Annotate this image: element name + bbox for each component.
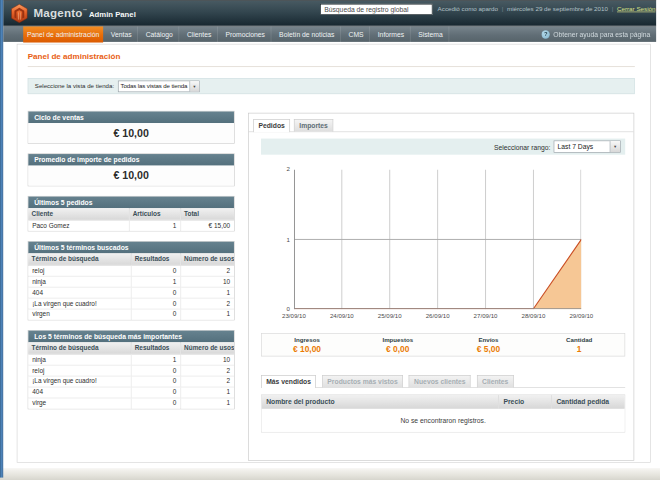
cell-results: 0 — [131, 365, 180, 376]
column-header: Cantidad pedida — [552, 395, 625, 408]
table-row[interactable]: virge 0 1 — [28, 398, 234, 409]
cell-uses: 1 — [180, 398, 233, 409]
cell-uses: 2 — [180, 365, 233, 376]
store-switcher-label: Seleccione la vista de tienda: — [35, 82, 114, 89]
column-header: Resultados — [131, 342, 180, 354]
table-row[interactable]: Paco Gomez 1 € 15,00 — [28, 220, 234, 231]
tab-amounts[interactable]: Importes — [294, 119, 333, 131]
cell-customer: Paco Gomez — [28, 220, 129, 231]
admin-page: Magento™ Admin Panel Accedió como apardo… — [3, 0, 656, 42]
nav-item-cms[interactable]: CMS — [343, 26, 370, 42]
tab-most-viewed[interactable]: Productos más vistos — [322, 375, 403, 387]
tab-customers[interactable]: Clientes — [477, 375, 514, 387]
store-switcher-select[interactable]: Todas las vistas de tienda ▼ — [118, 80, 200, 92]
cell-uses: 1 — [180, 287, 233, 298]
totals-bar: Ingresos € 10,00 Impuestos € 0,00 Envíos… — [261, 333, 625, 356]
bestsellers-table: Nombre del producto Precio Cantidad pedi… — [262, 395, 625, 432]
cell-term: reloj — [28, 265, 131, 276]
average-orders-card: Promedio de importe de pedidos € 10,00 — [28, 153, 235, 186]
header-meta: Accedió como apardo | miércoles 29 de se… — [438, 5, 656, 12]
cell-results: 0 — [131, 398, 180, 409]
top-search-terms-card: Los 5 términos de búsqueda más important… — [28, 330, 235, 409]
cell-term: 404 — [28, 287, 131, 298]
help-label: Obtener ayuda para esta página — [553, 31, 650, 39]
table-row[interactable]: ninja 1 10 — [28, 276, 234, 287]
column-header: Término de búsqueda — [28, 253, 131, 265]
total-label: Cantidad — [534, 336, 625, 343]
average-orders-value: € 10,00 — [28, 166, 234, 186]
global-search-input[interactable] — [320, 4, 432, 15]
table-row[interactable]: ¡La virgen que cuadro! 0 2 — [28, 298, 234, 309]
cell-uses: 1 — [180, 387, 233, 398]
help-link[interactable]: ? Obtener ayuda para esta página — [542, 26, 651, 42]
nav-item-newsletter[interactable]: Boletín de noticias — [273, 26, 341, 42]
main-nav: Panel de administración Ventas Catálogo … — [3, 26, 656, 42]
total-quantity: Cantidad 1 — [534, 334, 625, 356]
cell-term: ¡La virgen que cuadro! — [28, 298, 131, 309]
store-switcher-bar: Seleccione la vista de tienda: Todas las… — [28, 78, 635, 94]
card-title: Los 5 términos de búsqueda más important… — [28, 331, 234, 343]
table-row[interactable]: 404 0 1 — [28, 387, 234, 398]
last-orders-table: Cliente Artículos Total Paco Gomez 1 € 1… — [28, 208, 234, 231]
cell-results: 1 — [131, 276, 180, 287]
chart-x-tick-label: 24/09/10 — [318, 312, 366, 319]
column-header: Total — [180, 208, 233, 220]
total-value: € 0,00 — [352, 344, 443, 354]
empty-message: No se encontraron registros. — [262, 408, 625, 432]
table-row[interactable]: ¡La virgen que cuadro! 0 2 — [28, 376, 234, 387]
cell-term: reloj — [28, 365, 131, 376]
logout-link[interactable]: Cerrar Sesión — [617, 5, 656, 12]
cell-results: 0 — [131, 265, 180, 276]
nav-item-system[interactable]: Sistema — [412, 26, 449, 42]
grid-tabs: Más vendidos Productos más vistos Nuevos… — [261, 375, 513, 388]
card-title: Últimos 5 términos buscados — [28, 242, 234, 254]
empty-row: No se encontraron registros. — [262, 408, 625, 432]
cell-uses: 2 — [180, 265, 233, 276]
card-title: Últimos 5 pedidos — [28, 197, 234, 209]
table-row[interactable]: reloj 0 2 — [28, 265, 234, 276]
total-value: € 10,00 — [262, 344, 353, 354]
header-bar: Magento™ Admin Panel Accedió como apardo… — [3, 0, 656, 26]
tab-bestsellers[interactable]: Más vendidos — [261, 375, 316, 388]
window-left-edge — [0, 0, 3, 478]
application-window: Magento™ Admin Panel Accedió como apardo… — [0, 0, 660, 480]
column-header: Nombre del producto — [262, 395, 499, 408]
last-search-terms-card: Últimos 5 términos buscados Término de b… — [28, 241, 235, 320]
table-row[interactable]: virgen 0 1 — [28, 309, 234, 320]
brand-title: Magento™ — [34, 6, 88, 20]
nav-item-dashboard[interactable]: Panel de administración — [23, 26, 103, 42]
table-row[interactable]: ninja 1 10 — [28, 354, 234, 365]
nav-item-catalog[interactable]: Catálogo — [140, 26, 179, 42]
cell-uses: 10 — [180, 354, 233, 365]
nav-item-sales[interactable]: Ventas — [105, 26, 138, 42]
cell-uses: 2 — [180, 376, 233, 387]
column-header: Término de búsqueda — [28, 342, 131, 354]
chevron-down-icon: ▼ — [610, 141, 620, 152]
cell-term: ninja — [28, 276, 131, 287]
cell-term: ¡La virgen que cuadro! — [28, 376, 131, 387]
range-select[interactable]: Last 7 Days ▼ — [554, 141, 621, 153]
table-row[interactable]: reloj 0 2 — [28, 365, 234, 376]
total-label: Envíos — [443, 336, 534, 343]
column-header: Artículos — [129, 208, 180, 220]
cell-uses: 1 — [180, 309, 233, 320]
bestsellers-grid: Nombre del producto Precio Cantidad pedi… — [261, 394, 625, 432]
cell-results: 1 — [131, 354, 180, 365]
column-header: Número de usos — [180, 253, 233, 265]
current-date: miércoles 29 de septiembre de 2010 — [507, 5, 608, 12]
column-header: Resultados — [131, 253, 180, 265]
nav-item-customers[interactable]: Clientes — [181, 26, 218, 42]
total-value: 1 — [534, 344, 625, 354]
nav-item-promotions[interactable]: Promociones — [220, 26, 272, 42]
brand-subtitle: Admin Panel — [89, 10, 136, 19]
tab-new-customers[interactable]: Nuevos clientes — [409, 375, 471, 387]
orders-chart — [294, 170, 581, 310]
chart-x-tick-label: 26/09/10 — [414, 312, 462, 319]
tab-orders[interactable]: Pedidos — [253, 119, 290, 132]
table-row[interactable]: 404 0 1 — [28, 287, 234, 298]
window-bottom-edge — [0, 469, 660, 480]
cell-results: 0 — [131, 287, 180, 298]
cell-results: 0 — [131, 376, 180, 387]
cell-uses: 2 — [180, 298, 233, 309]
nav-item-reports[interactable]: Informes — [372, 26, 411, 42]
